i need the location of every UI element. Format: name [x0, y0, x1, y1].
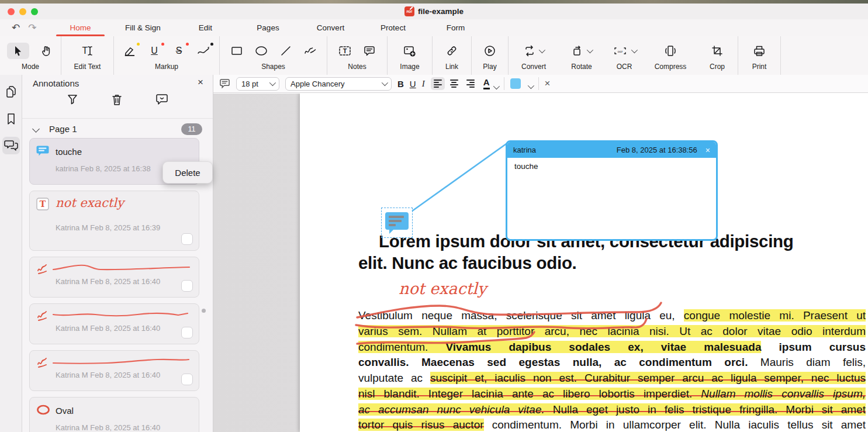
tab-home[interactable]: Home [49, 19, 112, 36]
ocr-chevron-icon[interactable] [631, 47, 638, 53]
annotation-checkbox[interactable] [181, 233, 193, 245]
ribbon-tabs-bar: ↶ ↷ HomeFill & SignEditPagesConvertProte… [0, 19, 868, 37]
oval-shape-button[interactable] [254, 43, 269, 59]
comment-body-text[interactable]: touche [507, 158, 716, 175]
tab-edit[interactable]: Edit [174, 19, 237, 36]
page-group-header[interactable]: Page 1 11 [22, 123, 213, 137]
comment-note-button[interactable] [362, 43, 377, 59]
print-button[interactable] [752, 43, 767, 59]
markup-group-label: Markup [155, 63, 178, 71]
annotations-panel: Annotations × Page 1 11 touchekatrina Fe… [22, 75, 213, 432]
comment-popup-header[interactable]: katrina Feb 8, 2025 at 16:38:56 × [507, 142, 716, 158]
convert-button[interactable] [524, 43, 544, 59]
rotate-chevron-icon[interactable] [587, 47, 593, 53]
window-title: file-example [418, 7, 464, 16]
annotation-checkbox[interactable] [181, 280, 193, 292]
align-left-button[interactable] [431, 77, 445, 90]
ink-annotation-icon [36, 310, 49, 326]
pen-markup-button[interactable] [196, 43, 211, 59]
compress-button[interactable] [663, 43, 678, 59]
notes-group-label: Notes [348, 63, 366, 71]
text-note-button[interactable]: T [337, 43, 352, 59]
ink-preview [52, 356, 193, 367]
hand-mode-button[interactable] [39, 43, 54, 59]
link-button[interactable] [444, 43, 459, 59]
redo-icon[interactable]: ↷ [28, 23, 36, 33]
filter-annotations-icon[interactable] [67, 94, 78, 106]
annotation-meta: Katrina M Feb 8, 2025 at 16:40 [56, 277, 160, 286]
delete-annotations-icon[interactable] [111, 94, 123, 106]
tab-pages[interactable]: Pages [237, 19, 299, 36]
ink-preview [52, 309, 193, 320]
collapse-page-chevron-icon[interactable] [32, 125, 40, 133]
rotate-button[interactable] [572, 43, 592, 59]
font-family-dropdown[interactable]: Apple Chancery [285, 77, 392, 91]
align-right-button[interactable] [464, 77, 478, 90]
ocr-group-label: OCR [617, 63, 632, 71]
ocr-button[interactable]: ocr [613, 43, 636, 59]
color-swatch[interactable] [510, 78, 521, 89]
annotation-item-not-exactly[interactable]: Tnot exactlyKatrina M Feb 8, 2025 at 16:… [29, 191, 199, 251]
comment-marker-icon[interactable] [381, 208, 413, 238]
convert-chevron-icon[interactable] [539, 47, 545, 53]
comment-timestamp: Feb 8, 2025 at 16:38:56 [617, 146, 697, 154]
mode-group-label: Mode [22, 63, 39, 71]
underline-button[interactable]: U [410, 79, 416, 89]
tab-protect[interactable]: Protect [362, 19, 424, 36]
tab-convert[interactable]: Convert [299, 19, 362, 36]
comment-annotation-icon [36, 145, 50, 160]
scroll-indicator[interactable] [202, 309, 206, 313]
annotation-item-ink-2[interactable]: Katrina M Feb 8, 2025 at 16:40 [29, 257, 199, 298]
comment-format-icon[interactable] [219, 78, 230, 89]
strikethrough-markup-button[interactable]: S [171, 43, 186, 59]
annotation-checkbox[interactable] [181, 374, 193, 385]
select-mode-button[interactable] [7, 43, 29, 59]
italic-button[interactable]: I [422, 79, 425, 89]
text-color-button[interactable]: A [483, 78, 498, 89]
svg-text:ocr: ocr [618, 49, 623, 53]
fill-color-button[interactable] [510, 78, 532, 89]
annotation-meta: Katrina M Feb 8, 2025 at 16:40 [56, 423, 160, 432]
ink-annotation-icon [36, 264, 49, 279]
close-comment-popup-button[interactable]: × [706, 146, 710, 155]
close-annotations-panel-button[interactable]: × [198, 77, 203, 88]
underline-markup-button[interactable]: U [147, 43, 162, 59]
paragraph-line: nisl blandit. Integer lacinia ante ac li… [358, 386, 866, 402]
insert-image-button[interactable] [402, 43, 417, 59]
highlighter-button[interactable] [122, 43, 137, 59]
image-group-label: Image [400, 63, 419, 71]
rectangle-shape-button[interactable] [229, 43, 244, 59]
scribble-shape-button[interactable] [303, 43, 318, 59]
ink-preview [52, 262, 193, 273]
delete-context-menu[interactable]: Delete [162, 161, 213, 184]
edit-text-button[interactable]: T [80, 43, 95, 59]
bold-button[interactable]: B [397, 79, 404, 89]
line-shape-button[interactable] [278, 43, 293, 59]
bookmarks-icon[interactable] [2, 110, 20, 127]
annotation-item-ink-4[interactable]: Katrina M Feb 8, 2025 at 16:40 [29, 350, 199, 391]
annotation-item-oval[interactable]: OvalKatrina M Feb 8, 2025 at 16:40 [29, 397, 199, 432]
annotation-checkbox[interactable] [181, 327, 193, 338]
shapes-group-label: Shapes [261, 63, 285, 71]
oval-annotation-icon [36, 404, 50, 418]
annotation-meta: Katrina M Feb 8, 2025 at 16:40 [56, 324, 160, 333]
annotations-panel-icon[interactable] [2, 137, 20, 154]
align-center-button[interactable] [447, 77, 461, 90]
annotation-meta: katrina Feb 8, 2025 at 16:38 [56, 164, 151, 173]
page-group-label: Page 1 [49, 124, 77, 134]
annotation-title: Oval [56, 406, 74, 416]
tab-form[interactable]: Form [424, 19, 487, 36]
crop-button[interactable] [710, 43, 725, 59]
comment-list-icon[interactable] [155, 94, 168, 106]
play-button[interactable] [482, 43, 497, 59]
ink-annotation-icon [36, 357, 49, 372]
tab-fill-sign[interactable]: Fill & Sign [112, 19, 174, 36]
ink-text-annotation[interactable]: not exactly [399, 279, 486, 298]
undo-icon[interactable]: ↶ [12, 23, 20, 33]
sidebar-icon-strip [0, 75, 22, 432]
page-thumbnails-icon[interactable] [2, 83, 20, 101]
annotation-item-ink-3[interactable]: Katrina M Feb 8, 2025 at 16:40 [29, 303, 199, 344]
delete-menu-item[interactable]: Delete [175, 168, 200, 178]
font-size-dropdown[interactable]: 18 pt [236, 77, 279, 91]
close-format-bar-button[interactable]: × [545, 78, 551, 89]
